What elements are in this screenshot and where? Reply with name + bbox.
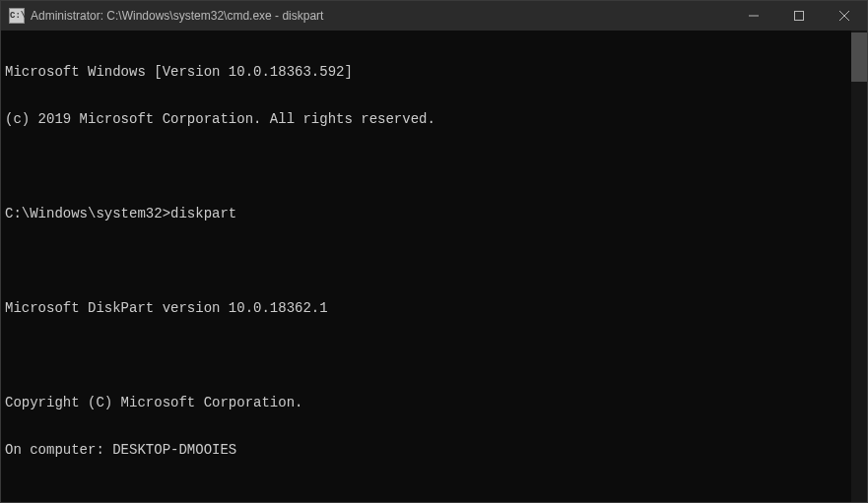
maximize-button[interactable] bbox=[776, 1, 822, 31]
terminal-line: (c) 2019 Microsoft Corporation. All righ… bbox=[5, 111, 863, 127]
terminal-line bbox=[5, 489, 863, 502]
cmd-icon: C:\ bbox=[9, 8, 25, 24]
scrollbar-thumb[interactable] bbox=[851, 32, 867, 82]
terminal-line: Copyright (C) Microsoft Corporation. bbox=[5, 395, 863, 410]
terminal-line: On computer: DESKTOP-DMOOIES bbox=[5, 442, 863, 458]
minimize-icon bbox=[749, 11, 759, 21]
terminal-line bbox=[5, 253, 863, 269]
minimize-button[interactable] bbox=[731, 1, 776, 31]
terminal-line: Microsoft Windows [Version 10.0.18363.59… bbox=[5, 64, 863, 80]
terminal-line: C:\Windows\system32>diskpart bbox=[5, 206, 863, 221]
titlebar[interactable]: C:\ Administrator: C:\Windows\system32\c… bbox=[1, 1, 867, 31]
cmd-window: C:\ Administrator: C:\Windows\system32\c… bbox=[0, 0, 868, 503]
terminal-line bbox=[5, 158, 863, 174]
terminal-line: Microsoft DiskPart version 10.0.18362.1 bbox=[5, 300, 863, 316]
svg-rect-1 bbox=[795, 12, 804, 21]
terminal-area[interactable]: Microsoft Windows [Version 10.0.18363.59… bbox=[1, 31, 867, 502]
window-controls bbox=[731, 1, 867, 31]
maximize-icon bbox=[794, 11, 804, 21]
close-button[interactable] bbox=[822, 1, 867, 31]
window-title: Administrator: C:\Windows\system32\cmd.e… bbox=[31, 9, 731, 23]
scrollbar-track[interactable] bbox=[851, 31, 867, 502]
terminal-line bbox=[5, 347, 863, 363]
close-icon bbox=[839, 11, 849, 21]
